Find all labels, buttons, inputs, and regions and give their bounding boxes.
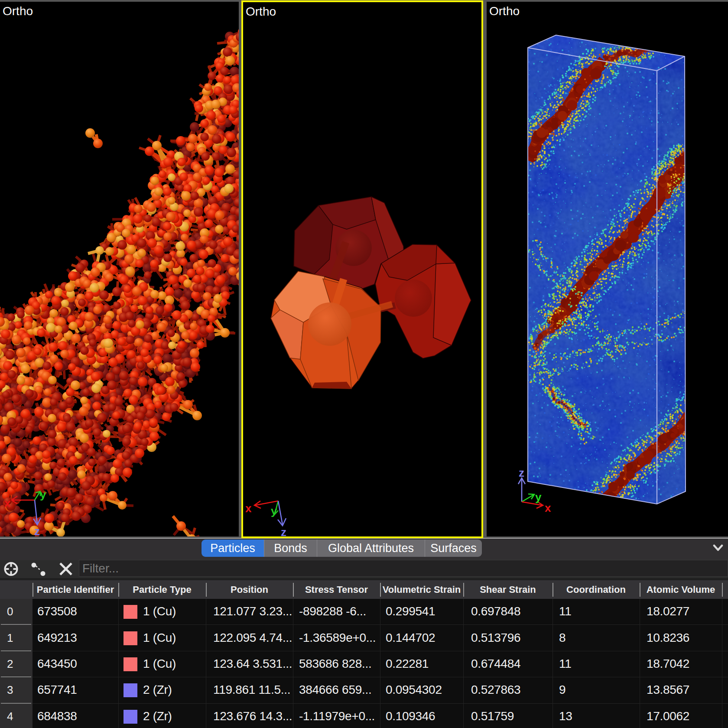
svg-text:y: y bbox=[40, 488, 46, 501]
svg-text:y: y bbox=[535, 491, 542, 504]
svg-text:x: x bbox=[4, 497, 11, 510]
svg-text:x: x bbox=[545, 501, 551, 514]
svg-text:x: x bbox=[245, 502, 252, 515]
svg-text:z: z bbox=[34, 525, 40, 536]
svg-text:y: y bbox=[271, 504, 277, 517]
svg-text:z: z bbox=[281, 526, 286, 536]
svg-text:z: z bbox=[519, 466, 524, 479]
